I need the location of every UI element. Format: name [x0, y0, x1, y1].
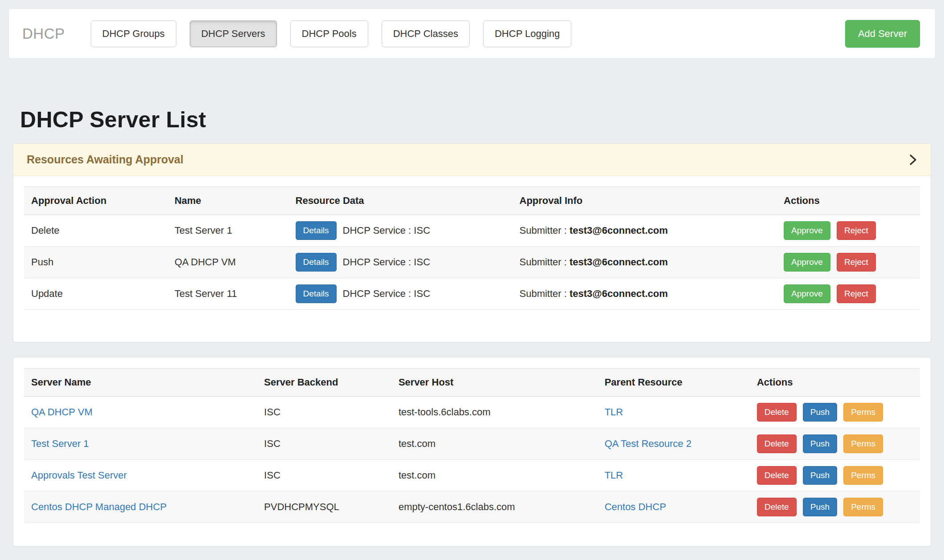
parent-resource-link[interactable]: TLR [605, 470, 623, 481]
approval-info-cell: Submitter : test3@6connect.com [513, 278, 777, 310]
approval-resource-cell: Details DHCP Service : ISC [289, 215, 513, 247]
approval-row: Update Test Server 11 Details DHCP Servi… [24, 278, 920, 310]
reject-button[interactable]: Reject [837, 221, 876, 240]
server-row: Centos DHCP Managed DHCP PVDHCPMYSQL emp… [24, 491, 920, 523]
tab-dhcp-logging[interactable]: DHCP Logging [483, 20, 571, 47]
server-actions-cell: Delete Push Perms [750, 491, 920, 523]
page-title: DHCP Server List [20, 107, 944, 133]
approvals-table-header-row: Approval Action Name Resource Data Appro… [24, 187, 920, 215]
col-server-actions: Actions [750, 369, 920, 397]
tab-dhcp-servers[interactable]: DHCP Servers [190, 20, 277, 47]
server-actions-cell: Delete Push Perms [750, 428, 920, 460]
server-name-link[interactable]: Centos DHCP Managed DHCP [31, 501, 167, 512]
server-row: QA DHCP VM ISC test-tools.6clabs.com TLR… [24, 397, 920, 428]
approval-resource-cell: Details DHCP Service : ISC [289, 278, 513, 310]
server-name-cell: Test Server 1 [24, 428, 257, 460]
server-row: Test Server 1 ISC test.com QA Test Resou… [24, 428, 920, 460]
approvals-panel: Resources Awaiting Approval Approval Act… [13, 143, 931, 342]
add-server-button[interactable]: Add Server [845, 20, 920, 48]
approval-row: Push QA DHCP VM Details DHCP Service : I… [24, 247, 920, 278]
approval-name-cell: Test Server 1 [167, 215, 289, 247]
approve-button[interactable]: Approve [784, 284, 830, 303]
approval-actions-cell: Approve Reject [777, 247, 920, 278]
approvals-panel-header[interactable]: Resources Awaiting Approval [13, 144, 931, 176]
server-host-cell: test.com [391, 428, 598, 460]
approval-row: Delete Test Server 1 Details DHCP Servic… [24, 215, 920, 247]
tab-dhcp-pools[interactable]: DHCP Pools [290, 20, 368, 47]
server-name-cell: Centos DHCP Managed DHCP [24, 491, 257, 523]
servers-panel-body: Server Name Server Backend Server Host P… [13, 357, 931, 546]
col-parent-resource: Parent Resource [598, 369, 750, 397]
col-actions: Actions [777, 187, 920, 215]
push-button[interactable]: Push [803, 403, 837, 422]
approval-name-cell: QA DHCP VM [167, 247, 289, 278]
server-backend-cell: ISC [257, 460, 391, 491]
perms-button[interactable]: Perms [843, 498, 883, 516]
reject-button[interactable]: Reject [837, 284, 876, 303]
delete-button[interactable]: Delete [757, 434, 797, 453]
approval-info-cell: Submitter : test3@6connect.com [513, 215, 777, 247]
servers-table: Server Name Server Backend Server Host P… [24, 368, 920, 523]
col-name: Name [167, 187, 289, 215]
parent-resource-cell: Centos DHCP [598, 491, 750, 523]
col-server-backend: Server Backend [257, 369, 391, 397]
submitter-email: test3@6connect.com [570, 225, 668, 236]
push-button[interactable]: Push [803, 434, 837, 453]
delete-button[interactable]: Delete [757, 403, 797, 422]
approve-button[interactable]: Approve [784, 253, 830, 272]
parent-resource-link[interactable]: QA Test Resource 2 [605, 438, 692, 449]
servers-panel: Server Name Server Backend Server Host P… [13, 357, 931, 547]
reject-button[interactable]: Reject [837, 253, 876, 272]
perms-button[interactable]: Perms [843, 434, 883, 453]
servers-table-header-row: Server Name Server Backend Server Host P… [24, 369, 920, 397]
server-backend-cell: ISC [257, 428, 391, 460]
parent-resource-cell: QA Test Resource 2 [598, 428, 750, 460]
dhcp-section-tabs: DHCP Groups DHCP Servers DHCP Pools DHCP… [91, 20, 572, 47]
approval-name-cell: Test Server 11 [167, 278, 289, 310]
parent-resource-cell: TLR [598, 397, 750, 428]
chevron-right-icon[interactable] [908, 153, 917, 167]
approvals-panel-body: Approval Action Name Resource Data Appro… [13, 176, 931, 342]
col-approval-action: Approval Action [24, 187, 167, 215]
server-name-cell: QA DHCP VM [24, 397, 257, 428]
submitter-label: Submitter : [520, 256, 570, 268]
submitter-label: Submitter : [520, 225, 570, 236]
approval-resource-cell: Details DHCP Service : ISC [289, 247, 513, 278]
submitter-email: test3@6connect.com [570, 288, 668, 299]
approval-actions-cell: Approve Reject [777, 278, 920, 310]
approvals-panel-title: Resources Awaiting Approval [27, 153, 183, 166]
parent-resource-link[interactable]: Centos DHCP [605, 501, 666, 512]
dhcp-brand-label: DHCP [22, 25, 65, 42]
server-actions-cell: Delete Push Perms [750, 397, 920, 428]
server-backend-cell: ISC [257, 397, 391, 428]
push-button[interactable]: Push [803, 466, 837, 485]
server-name-link[interactable]: Test Server 1 [31, 438, 89, 449]
resource-data-text: DHCP Service : ISC [343, 225, 430, 236]
server-name-link[interactable]: Approvals Test Server [31, 470, 127, 481]
col-resource-data: Resource Data [289, 187, 513, 215]
details-button[interactable]: Details [296, 253, 337, 272]
topbar: DHCP DHCP Groups DHCP Servers DHCP Pools… [8, 8, 936, 59]
col-server-host: Server Host [391, 369, 598, 397]
approve-button[interactable]: Approve [784, 221, 830, 240]
server-backend-cell: PVDHCPMYSQL [257, 491, 391, 523]
tab-dhcp-classes[interactable]: DHCP Classes [382, 20, 470, 47]
details-button[interactable]: Details [296, 284, 337, 303]
perms-button[interactable]: Perms [843, 466, 883, 485]
delete-button[interactable]: Delete [757, 498, 797, 516]
delete-button[interactable]: Delete [757, 466, 797, 485]
parent-resource-link[interactable]: TLR [605, 406, 623, 418]
server-name-cell: Approvals Test Server [24, 460, 257, 491]
approval-action-cell: Push [24, 247, 167, 278]
approvals-table: Approval Action Name Resource Data Appro… [24, 187, 920, 310]
server-name-link[interactable]: QA DHCP VM [31, 406, 93, 418]
resource-data-text: DHCP Service : ISC [343, 288, 430, 300]
perms-button[interactable]: Perms [843, 403, 883, 422]
submitter-label: Submitter : [520, 288, 570, 299]
parent-resource-cell: TLR [598, 460, 750, 491]
server-host-cell: test-tools.6clabs.com [391, 397, 598, 428]
push-button[interactable]: Push [803, 498, 837, 516]
approval-action-cell: Delete [24, 215, 167, 247]
details-button[interactable]: Details [296, 221, 337, 240]
tab-dhcp-groups[interactable]: DHCP Groups [91, 20, 176, 47]
